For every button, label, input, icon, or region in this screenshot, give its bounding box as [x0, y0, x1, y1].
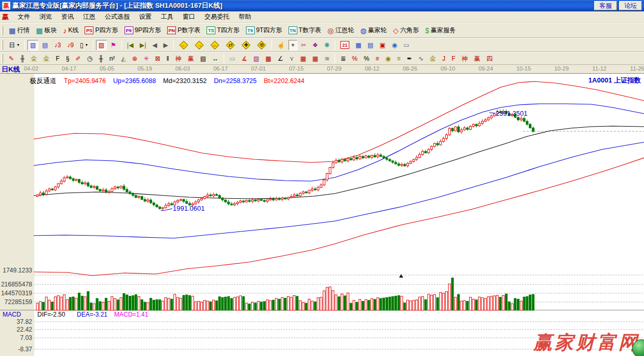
expand-h-button[interactable]: ↔ — [208, 40, 222, 50]
menu-item-1[interactable]: 浏览 — [35, 12, 57, 21]
spiral-tool[interactable]: § — [63, 53, 72, 64]
f-angle-tool[interactable]: F — [449, 53, 458, 64]
bars-9-button[interactable]: ♪9 — [64, 40, 76, 50]
save-button[interactable]: ▣ — [377, 40, 388, 50]
menu-item-2[interactable]: 资讯 — [57, 12, 78, 21]
toolbar-hexagon[interactable]: ◇六角形 — [390, 25, 421, 36]
info-list-button[interactable]: ▤ — [39, 40, 50, 50]
menu-item-6[interactable]: 工具 — [156, 12, 178, 21]
angle-line-tool[interactable]: ∠ — [275, 53, 286, 64]
toolbar-t-number[interactable]: TNT数字表 — [286, 25, 324, 36]
grid-box-tool[interactable]: ⊠ — [153, 53, 163, 64]
gold-line-tool[interactable]: ≡ — [394, 53, 403, 64]
p9-square-icon: P9 — [125, 26, 133, 34]
calendar-button[interactable]: 21 — [338, 40, 352, 50]
gold-circle-tool[interactable]: ◉ — [383, 53, 393, 64]
ray-box-tool[interactable]: ▩ — [263, 53, 274, 64]
ruler-123-tool[interactable]: ▤ — [198, 53, 209, 64]
mirror-tool[interactable]: ◭ — [118, 53, 128, 64]
hatch-tool[interactable]: ≋ — [322, 53, 332, 64]
kline-pattern-button[interactable]: ▨ — [96, 40, 107, 50]
forum-button[interactable]: 论坛 — [619, 1, 642, 10]
radial-tool[interactable]: ✳ — [141, 53, 152, 64]
percent-fan-tool[interactable]: % — [349, 53, 360, 64]
percent-line-tool[interactable]: ≡ — [373, 53, 382, 64]
period-day-button[interactable]: 日▾ — [6, 40, 22, 50]
toolbar-quotes[interactable]: ▦行情 — [6, 25, 32, 36]
time-ruler-tool[interactable]: ╫ — [96, 53, 106, 64]
expand-all-button[interactable]: ✚ — [239, 40, 253, 50]
toolbar-p9-square[interactable]: P99P四方形 — [122, 25, 164, 36]
width-arrow-tool[interactable]: ↔ — [210, 53, 221, 64]
prev-bar-button[interactable]: ◀ — [150, 40, 160, 50]
marker-brush-tool[interactable]: ✐ — [73, 53, 84, 64]
ink-tool[interactable]: ✒ — [404, 53, 415, 64]
menu-item-7[interactable]: 窗口 — [178, 12, 200, 21]
brush-tool[interactable]: ✎ — [6, 53, 17, 64]
toolbar-t-square[interactable]: TST四方形 — [204, 25, 242, 36]
pentagon-box-tool[interactable]: ▨ — [251, 53, 262, 64]
customer-service-button[interactable]: 客服 — [594, 1, 617, 10]
memo-button[interactable]: ▤ — [365, 40, 376, 50]
toolbar-winner-wheel[interactable]: ◍赢家轮 — [358, 25, 389, 36]
j-angle-tool[interactable]: J — [440, 53, 448, 64]
brush-tool-icon: ✎ — [9, 54, 14, 63]
candle-style-button[interactable]: ▯▾ — [77, 40, 90, 50]
gann-scale-tool[interactable]: ╫ — [18, 53, 28, 64]
angle-tool-button[interactable]: ✂ — [298, 40, 309, 50]
si-angle-tool[interactable]: 四 — [484, 53, 496, 64]
fit-all-button[interactable]: ⊕ — [254, 40, 269, 50]
compass-tool[interactable]: ⊕ — [130, 53, 140, 64]
gann-fan-tool[interactable]: ∡ — [239, 53, 250, 64]
ying-tool[interactable]: 赢 — [185, 53, 197, 64]
next-bar-button[interactable]: ▶ — [161, 40, 171, 50]
gold-scale-tool[interactable]: 金 — [29, 53, 40, 64]
gold-angle-tool[interactable]: 金 — [427, 53, 439, 64]
first-bar-button[interactable]: |◀ — [125, 40, 136, 50]
grid-red-tool[interactable]: ▦ — [297, 53, 308, 64]
analysis-tool-button[interactable]: ❋ — [322, 40, 332, 50]
percent-tool[interactable]: % — [361, 53, 372, 64]
wave-tool[interactable]: ∿ — [416, 53, 426, 64]
menu-item-4[interactable]: 公式选股 — [100, 12, 134, 21]
fibo-scale-tool[interactable]: F — [53, 53, 62, 64]
toolbar-kline[interactable]: ♪K线 — [60, 25, 81, 36]
shen-tool[interactable]: 神 — [173, 53, 184, 64]
date-tick-04-02: 04-02 — [20, 65, 43, 72]
toolbar-p-square[interactable]: PSP四方形 — [82, 25, 120, 36]
shen-angle-tool[interactable]: 神 — [459, 53, 471, 64]
pan-right-button[interactable]: → — [192, 40, 207, 50]
cycle-circle-tool[interactable]: ◷ — [85, 53, 95, 64]
pan-left-button[interactable]: ← — [176, 40, 191, 50]
toolbar-gann-wheel[interactable]: ◎江恩轮 — [325, 25, 357, 36]
price-scale-tool[interactable]: ≣ — [338, 53, 348, 64]
toolbar-p-number[interactable]: PNP数字表 — [165, 25, 203, 36]
gann-tool-button[interactable]: ❖ — [310, 40, 321, 50]
menu-item-9[interactable]: 帮助 — [234, 12, 256, 21]
rect-select-tool[interactable]: ▭ — [227, 53, 238, 64]
pause-tool[interactable]: ‖ — [164, 53, 172, 64]
menu-item-3[interactable]: 江恩 — [78, 12, 100, 21]
toolbar-winner-service[interactable]: $赢家服务 — [422, 25, 458, 36]
toolbar-sectors[interactable]: ▩板块 — [33, 25, 59, 36]
hand-tool-button[interactable]: ☝ — [275, 40, 287, 50]
last-bar-button[interactable]: ▶| — [137, 40, 148, 50]
flag-button[interactable]: ⚑ — [108, 40, 119, 50]
bars-3-button[interactable]: ♪3 — [52, 40, 64, 50]
gold-scale2-tool[interactable]: 金 — [41, 53, 52, 64]
web-export-button[interactable]: ◉ — [389, 40, 400, 50]
calculator-button[interactable]: ▦ — [353, 40, 364, 50]
square-of-nine-tool[interactable]: n² — [107, 53, 118, 64]
menu-item-8[interactable]: 交易委托 — [200, 12, 234, 21]
menu-item-0[interactable]: 文件 — [13, 12, 35, 21]
ying-angle-tool[interactable]: 赢 — [472, 53, 483, 64]
compress-h-button[interactable]: ⇄ — [223, 40, 238, 50]
print-button[interactable]: ▭ — [401, 40, 412, 50]
chart-pattern-button[interactable]: ▧ — [28, 40, 38, 50]
menu-item-5[interactable]: 设置 — [134, 12, 156, 21]
trend-check-tool[interactable]: ⋎ — [287, 53, 297, 64]
toolbar-t9-square[interactable]: T99T四方形 — [243, 25, 285, 36]
date-tick-04-17: 04-17 — [58, 65, 80, 72]
grid-red2-tool[interactable]: ▦ — [310, 53, 321, 64]
crosshair-tool-button[interactable]: + — [289, 40, 297, 50]
